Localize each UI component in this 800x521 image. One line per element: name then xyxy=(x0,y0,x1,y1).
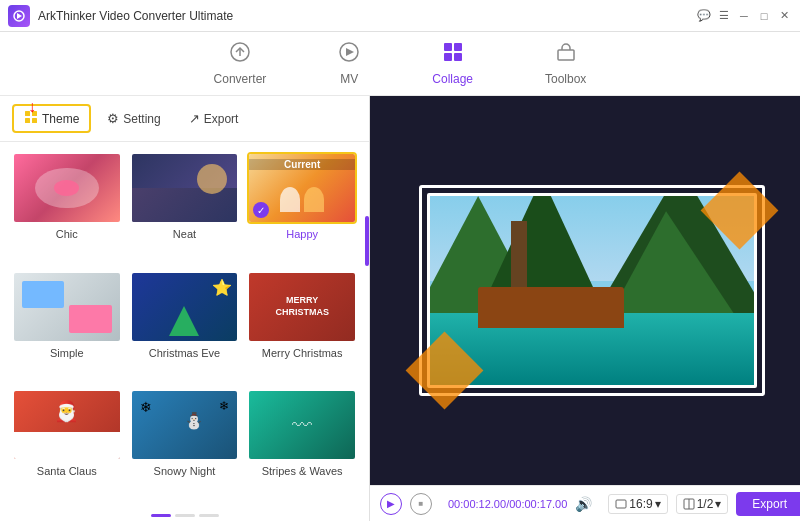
minimize-button[interactable]: ─ xyxy=(736,8,752,24)
chat-button[interactable]: 💬 xyxy=(696,8,712,24)
theme-item-neat[interactable]: Neat xyxy=(130,152,240,263)
svg-rect-8 xyxy=(444,53,452,61)
theme-item-merry-christmas[interactable]: MERRYCHRISTMAS Merry Christmas xyxy=(247,271,357,382)
svg-rect-6 xyxy=(444,43,452,51)
preview-area xyxy=(370,96,800,485)
theme-label-stripes-waves: Stripes & Waves xyxy=(262,465,343,477)
play-button[interactable]: ▶ xyxy=(380,493,402,515)
theme-thumb-christmas-eve: ⭐ xyxy=(130,271,240,343)
svg-rect-14 xyxy=(32,118,37,123)
svg-rect-10 xyxy=(558,50,574,60)
theme-label-merry-christmas: Merry Christmas xyxy=(262,347,343,359)
tab-toolbox-label: Toolbox xyxy=(545,72,586,86)
preview-image xyxy=(427,193,757,388)
theme-thumb-simple xyxy=(12,271,122,343)
theme-item-chic[interactable]: Chic xyxy=(12,152,122,263)
theme-item-stripes-waves[interactable]: 〰 Stripes & Waves xyxy=(247,389,357,500)
split-chevron: ▾ xyxy=(715,497,721,511)
theme-label-santa-claus: Santa Claus xyxy=(37,465,97,477)
theme-thumb-snowy-night: ❄ ❄ ⛄ xyxy=(130,389,240,461)
close-button[interactable]: ✕ xyxy=(776,8,792,24)
converter-icon xyxy=(229,41,251,68)
export-button[interactable]: Export xyxy=(736,492,800,516)
svg-rect-7 xyxy=(454,43,462,51)
theme-thumb-merry-christmas: MERRYCHRISTMAS xyxy=(247,271,357,343)
mv-icon xyxy=(338,41,360,68)
menu-button[interactable]: ☰ xyxy=(716,8,732,24)
theme-thumb-stripes-waves: 〰 xyxy=(247,389,357,461)
tab-collage-label: Collage xyxy=(432,72,473,86)
setting-tab-label: Setting xyxy=(123,112,160,126)
theme-label-neat: Neat xyxy=(173,228,196,240)
theme-thumb-chic xyxy=(12,152,122,224)
subtab-setting[interactable]: ⚙ Setting xyxy=(95,105,172,132)
theme-thumb-happy: Current ✓ xyxy=(247,152,357,224)
tab-converter-label: Converter xyxy=(214,72,267,86)
tab-converter[interactable]: Converter xyxy=(198,37,283,90)
tab-collage[interactable]: Collage xyxy=(416,37,489,90)
theme-item-santa-claus[interactable]: 🎅 Santa Claus xyxy=(12,389,122,500)
theme-item-simple[interactable]: Simple xyxy=(12,271,122,382)
volume-button[interactable]: 🔊 xyxy=(575,496,592,512)
app-title: ArkThinker Video Converter Ultimate xyxy=(38,9,696,23)
sub-tabs: Theme ⚙ Setting ↗ Export xyxy=(0,96,369,142)
ratio-select[interactable]: 16:9 ▾ xyxy=(608,494,667,514)
split-select[interactable]: 1/2 ▾ xyxy=(676,494,729,514)
current-badge: Current xyxy=(249,159,355,170)
nav-tabs: Converter MV Collage Toolbox xyxy=(0,32,800,96)
subtab-theme[interactable]: Theme xyxy=(12,104,91,133)
svg-marker-5 xyxy=(346,48,354,56)
export-tab-icon: ↗ xyxy=(189,111,200,126)
theme-item-snowy-night[interactable]: ❄ ❄ ⛄ Snowy Night xyxy=(130,389,240,500)
theme-item-christmas-eve[interactable]: ⭐ Christmas Eve xyxy=(130,271,240,382)
maximize-button[interactable]: □ xyxy=(756,8,772,24)
setting-tab-icon: ⚙ xyxy=(107,111,119,126)
titlebar: ArkThinker Video Converter Ultimate 💬 ☰ … xyxy=(0,0,800,32)
stop-button[interactable]: ■ xyxy=(410,493,432,515)
svg-rect-13 xyxy=(25,118,30,123)
export-tab-label: Export xyxy=(204,112,239,126)
ratio-chevron: ▾ xyxy=(655,497,661,511)
scroll-bar xyxy=(365,216,369,266)
tab-mv[interactable]: MV xyxy=(322,37,376,90)
collage-icon xyxy=(442,41,464,68)
right-panel: ▶ ■ 00:00:12.00/00:00:17.00 🔊 16:9 ▾ 1/2… xyxy=(370,96,800,521)
theme-label-snowy-night: Snowy Night xyxy=(154,465,216,477)
scroll-dots xyxy=(0,510,369,521)
preview-frame xyxy=(427,193,757,388)
svg-marker-1 xyxy=(17,13,22,19)
svg-rect-15 xyxy=(616,500,626,508)
tab-toolbox[interactable]: Toolbox xyxy=(529,37,602,90)
svg-rect-9 xyxy=(454,53,462,61)
theme-label-simple: Simple xyxy=(50,347,84,359)
app-logo xyxy=(8,5,30,27)
theme-item-happy[interactable]: Current ✓ Happy xyxy=(247,152,357,263)
theme-label-happy: Happy xyxy=(286,228,318,240)
theme-tab-label: Theme xyxy=(42,112,79,126)
theme-thumb-neat xyxy=(130,152,240,224)
time-display: 00:00:12.00/00:00:17.00 xyxy=(448,498,567,510)
theme-label-chic: Chic xyxy=(56,228,78,240)
control-bar: ▶ ■ 00:00:12.00/00:00:17.00 🔊 16:9 ▾ 1/2… xyxy=(370,485,800,521)
theme-label-christmas-eve: Christmas Eve xyxy=(149,347,221,359)
tab-mv-label: MV xyxy=(340,72,358,86)
window-controls: 💬 ☰ ─ □ ✕ xyxy=(696,8,792,24)
red-arrow-indicator: ↓ xyxy=(28,98,36,116)
theme-grid: Chic Neat Current xyxy=(0,142,369,510)
toolbox-icon xyxy=(555,41,577,68)
left-panel: ↓ Theme ⚙ Setting ↗ Export xyxy=(0,96,370,521)
subtab-export[interactable]: ↗ Export xyxy=(177,105,251,132)
theme-thumb-santa-claus: 🎅 xyxy=(12,389,122,461)
main-layout: ↓ Theme ⚙ Setting ↗ Export xyxy=(0,96,800,521)
